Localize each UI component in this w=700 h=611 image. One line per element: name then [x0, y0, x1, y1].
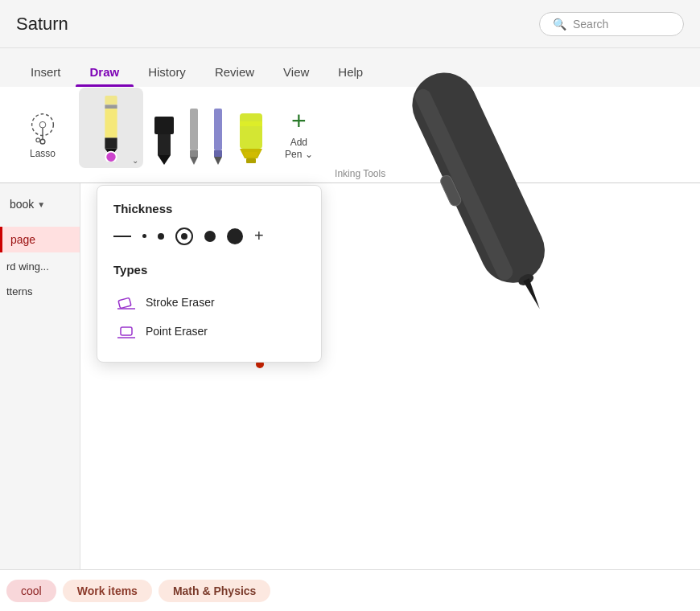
ribbon-content: Lasso ⌄ [0, 87, 700, 183]
lasso-label: Lasso [30, 148, 56, 159]
thickness-large[interactable] [204, 231, 216, 242]
tab-history[interactable]: History [134, 57, 200, 87]
sidebar-item-page[interactable]: page [0, 227, 80, 252]
pen-selected[interactable]: ⌄ [79, 88, 143, 168]
notebook-selector[interactable]: book ▼ [6, 193, 73, 215]
pen-gray-icon [188, 107, 200, 165]
tag-work-items[interactable]: Work items [63, 580, 152, 602]
pen-dropdown-arrow[interactable]: ⌄ [132, 156, 138, 165]
lasso-tool[interactable]: Lasso [16, 105, 69, 166]
tab-view[interactable]: View [269, 57, 323, 87]
search-icon: 🔍 [553, 18, 566, 31]
title-bar: Saturn 🔍 Search [0, 0, 700, 48]
tag-cool[interactable]: cool [6, 580, 56, 602]
thickness-popup: Thickness + Types Stroke Eraser Point Er… [97, 185, 322, 363]
pen-tools: ⌄ [79, 93, 323, 176]
search-box[interactable]: 🔍 Search [539, 12, 684, 36]
tab-help[interactable]: Help [323, 57, 377, 87]
notebook-label: book [10, 198, 34, 211]
svg-point-1 [39, 121, 46, 128]
point-eraser-label: Point Eraser [146, 325, 208, 338]
thickness-selected-inner [181, 233, 187, 240]
sidebar-item-rdwing[interactable]: rd wing... [0, 254, 80, 279]
point-eraser-icon [117, 322, 136, 341]
svg-rect-11 [154, 117, 174, 134]
svg-rect-24 [245, 152, 257, 157]
svg-point-4 [36, 137, 40, 141]
thickness-options: + [113, 227, 305, 245]
tab-insert[interactable]: Insert [16, 57, 76, 87]
svg-rect-5 [105, 96, 117, 105]
thickness-add[interactable]: + [254, 227, 264, 245]
svg-rect-18 [214, 150, 222, 157]
tag-math-physics[interactable]: Math & Physics [159, 580, 270, 602]
svg-rect-23 [240, 121, 262, 126]
sidebar-section: book ▼ [0, 183, 80, 225]
tab-review[interactable]: Review [200, 57, 269, 87]
thickness-title: Thickness [113, 202, 305, 215]
pen-gray-pencil[interactable] [185, 104, 203, 168]
add-pen-label: AddPen ⌄ [285, 137, 313, 162]
thickness-medium[interactable] [158, 233, 164, 240]
svg-marker-19 [214, 157, 222, 165]
svg-rect-22 [246, 158, 256, 163]
search-placeholder: Search [573, 18, 608, 31]
svg-rect-25 [118, 297, 131, 308]
add-icon: + [286, 108, 311, 133]
thickness-xlarge[interactable] [227, 228, 243, 244]
lasso-icon [26, 111, 60, 145]
svg-rect-12 [158, 134, 171, 155]
point-eraser[interactable]: Point Eraser [113, 317, 305, 346]
pen-black-icon [153, 115, 175, 165]
types-title: Types [113, 263, 305, 277]
tab-draw[interactable]: Draw [76, 57, 134, 87]
thickness-small[interactable] [142, 234, 146, 238]
thickness-thin[interactable] [113, 236, 131, 237]
eraser-types: Types Stroke Eraser Point Eraser [113, 263, 305, 346]
svg-marker-13 [158, 155, 171, 165]
notebook-chevron: ▼ [37, 200, 45, 209]
svg-rect-20 [240, 113, 262, 149]
svg-marker-16 [190, 157, 198, 165]
stroke-eraser[interactable]: Stroke Eraser [113, 288, 305, 317]
svg-rect-6 [105, 105, 117, 109]
svg-rect-27 [121, 327, 132, 335]
add-pen-button[interactable]: + AddPen ⌄ [275, 101, 323, 168]
pen-blue-icon [212, 107, 224, 165]
stroke-eraser-icon [117, 293, 136, 312]
ribbon-tabs: Insert Draw History Review View Help [0, 48, 700, 87]
svg-rect-14 [190, 109, 198, 150]
pen-blue-pencil[interactable] [209, 104, 227, 168]
pen-selected-icon [97, 94, 125, 162]
highlighter[interactable] [233, 109, 269, 168]
svg-rect-8 [105, 137, 117, 148]
highlighter-icon [237, 112, 266, 165]
tags-bar: cool Work items Math & Physics [0, 569, 700, 611]
sidebar: book ▼ page rd wing... tterns [0, 183, 80, 569]
inking-tools-label: Inking Tools [335, 168, 385, 179]
svg-rect-7 [105, 109, 117, 137]
svg-rect-17 [214, 109, 222, 150]
app-title: Saturn [16, 14, 68, 35]
sidebar-item-tterns[interactable]: tterns [0, 279, 80, 304]
thickness-selected[interactable] [175, 228, 193, 245]
pen-black[interactable] [150, 112, 179, 168]
svg-point-10 [105, 152, 116, 162]
stroke-eraser-label: Stroke Eraser [146, 296, 215, 309]
svg-rect-15 [190, 150, 198, 157]
